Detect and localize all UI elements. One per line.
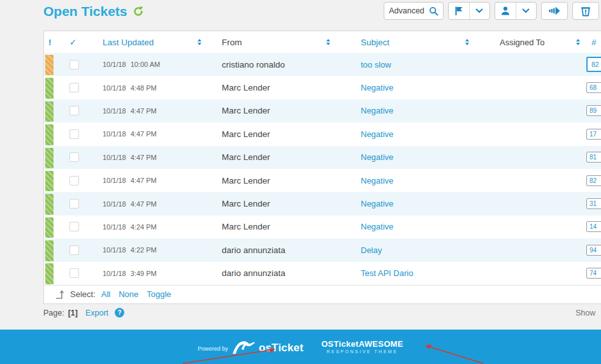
ticket-subject-link[interactable]: Negative bbox=[361, 83, 393, 92]
person-icon bbox=[500, 6, 510, 16]
row-checkbox[interactable] bbox=[69, 268, 79, 278]
row-checkbox[interactable] bbox=[69, 60, 79, 69]
cell-ticket-number: 81 bbox=[583, 152, 601, 163]
cell-ticket-number: 82 bbox=[583, 57, 601, 72]
assign-agent-button[interactable] bbox=[495, 3, 516, 19]
advanced-search-button[interactable]: Advanced bbox=[384, 2, 444, 20]
cell-priority bbox=[44, 192, 58, 215]
ticket-number-link[interactable]: 82 bbox=[586, 57, 601, 72]
ticket-subject-link[interactable]: too slow bbox=[361, 60, 391, 69]
ticket-time: 4:47 PM bbox=[131, 200, 157, 208]
powered-by-label: Powered by bbox=[198, 346, 228, 355]
powered-by-logo[interactable]: Powered by osTicket bbox=[198, 339, 303, 355]
select-toggle-link[interactable]: Toggle bbox=[147, 289, 171, 299]
sort-icon[interactable] bbox=[326, 39, 330, 45]
cell-last-updated: 10/1/18 4:47 PM bbox=[90, 130, 208, 138]
row-checkbox[interactable] bbox=[69, 129, 79, 139]
ticket-subject-link[interactable]: Negative bbox=[361, 152, 393, 162]
search-icon bbox=[429, 6, 438, 16]
ticket-number-link[interactable]: 14 bbox=[586, 221, 601, 232]
header-priority[interactable]: ! bbox=[44, 31, 58, 53]
sort-icon[interactable] bbox=[576, 39, 580, 45]
row-checkbox[interactable] bbox=[69, 222, 79, 231]
ticket-number-link[interactable]: 81 bbox=[586, 152, 601, 163]
priority-stripe bbox=[45, 124, 54, 145]
brand-name: osTicket bbox=[259, 342, 303, 355]
table-row[interactable]: 10/1/18 4:48 PM Marc Lender Negative 68 bbox=[44, 76, 601, 99]
ticket-subject-link[interactable]: Negative bbox=[361, 129, 393, 139]
ticket-subject-link[interactable]: Negative bbox=[361, 199, 393, 208]
row-checkbox[interactable] bbox=[69, 199, 79, 208]
table-row[interactable]: 10/1/18 10:00 AM cristiano ronaldo too s… bbox=[44, 53, 601, 76]
select-none-link[interactable]: None bbox=[119, 289, 138, 299]
table-row[interactable]: 10/1/18 4:47 PM Marc Lender Negative 31 bbox=[44, 192, 601, 215]
table-row[interactable]: 10/1/18 4:47 PM Marc Lender Negative 82 bbox=[44, 169, 601, 192]
ticket-subject-link[interactable]: Negative bbox=[361, 222, 393, 231]
ticket-subject-link[interactable]: Negative bbox=[361, 176, 393, 186]
cell-subject: Negative bbox=[348, 106, 487, 115]
cell-last-updated: 10/1/18 10:00 AM bbox=[90, 61, 208, 68]
ticket-number-link[interactable]: 82 bbox=[586, 175, 601, 186]
ticket-subject-link[interactable]: Delay bbox=[361, 245, 382, 255]
cell-checkbox bbox=[58, 106, 90, 115]
ticket-number-link[interactable]: 31 bbox=[586, 198, 601, 209]
page-label: Page: bbox=[43, 309, 64, 317]
sort-icon[interactable] bbox=[465, 39, 469, 45]
ticket-time: 4:22 PM bbox=[131, 246, 157, 254]
theme-subtitle: RESPONSIVE THEME bbox=[321, 349, 403, 355]
page-title: Open Tickets bbox=[43, 4, 144, 19]
flag-button[interactable] bbox=[449, 3, 469, 19]
sort-icon[interactable] bbox=[198, 39, 201, 45]
ticket-subject-link[interactable]: Test API Dario bbox=[361, 268, 413, 278]
row-checkbox[interactable] bbox=[69, 152, 79, 162]
help-icon[interactable]: ? bbox=[115, 308, 124, 317]
assign-dropdown-button[interactable] bbox=[495, 2, 537, 20]
table-row[interactable]: 10/1/18 4:47 PM Marc Lender Negative 89 bbox=[44, 99, 601, 122]
ticket-number-link[interactable]: 74 bbox=[586, 268, 601, 279]
row-checkbox[interactable] bbox=[69, 106, 79, 115]
ticket-number-link[interactable]: 94 bbox=[586, 245, 601, 256]
row-checkbox[interactable] bbox=[69, 245, 79, 255]
cell-from: Marc Lender bbox=[208, 106, 348, 115]
table-row[interactable]: 10/1/18 3:49 PM dario annunziata Test AP… bbox=[44, 262, 601, 285]
ticket-number-link[interactable]: 17 bbox=[586, 129, 601, 140]
delete-button[interactable] bbox=[572, 2, 599, 20]
cell-ticket-number: 14 bbox=[583, 221, 601, 232]
ticket-number-link[interactable]: 68 bbox=[586, 82, 601, 93]
export-link[interactable]: Export bbox=[85, 309, 108, 317]
theme-logo[interactable]: OSTicketAWESOME RESPONSIVE THEME bbox=[321, 339, 403, 355]
ticket-time: 3:49 PM bbox=[131, 270, 157, 277]
cell-priority bbox=[44, 122, 58, 145]
row-checkbox[interactable] bbox=[69, 83, 79, 92]
flag-dropdown-button[interactable] bbox=[448, 2, 490, 20]
select-all-link[interactable]: All bbox=[101, 289, 110, 299]
cell-priority bbox=[44, 53, 58, 76]
current-page-number[interactable]: [1] bbox=[68, 309, 78, 317]
header-from[interactable]: From bbox=[208, 38, 348, 47]
table-row[interactable]: 10/1/18 4:47 PM Marc Lender Negative 81 bbox=[44, 146, 601, 169]
row-checkbox[interactable] bbox=[69, 176, 79, 186]
header-assigned-to[interactable]: Assigned To bbox=[487, 38, 583, 47]
flag-dropdown-toggle[interactable] bbox=[469, 3, 490, 19]
cell-subject: too slow bbox=[348, 60, 487, 69]
refresh-icon[interactable] bbox=[133, 6, 144, 17]
ticket-time: 4:47 PM bbox=[131, 107, 157, 115]
ticket-subject-link[interactable]: Negative bbox=[361, 106, 393, 115]
header-ticket-number[interactable]: # bbox=[583, 38, 601, 47]
cell-ticket-number: 68 bbox=[583, 82, 601, 93]
ticket-time: 10:00 AM bbox=[131, 61, 160, 68]
header-subject[interactable]: Subject bbox=[348, 38, 487, 47]
cell-last-updated: 10/1/18 4:22 PM bbox=[90, 246, 208, 254]
header-last-updated[interactable]: Last Updated bbox=[90, 38, 208, 47]
cell-checkbox bbox=[58, 176, 90, 186]
cell-from: dario annunziata bbox=[208, 268, 348, 278]
header-select-all[interactable]: ✓ bbox=[58, 37, 90, 47]
cell-subject: Test API Dario bbox=[348, 268, 487, 278]
transfer-button[interactable] bbox=[541, 2, 568, 20]
footer: Powered by osTicket OSTicketAWESOME RESP… bbox=[0, 330, 601, 364]
ticket-number-link[interactable]: 89 bbox=[586, 105, 601, 116]
table-row[interactable]: 10/1/18 4:22 PM dario annunziata Delay 9… bbox=[44, 238, 601, 261]
assign-dropdown-toggle[interactable] bbox=[516, 3, 537, 19]
table-row[interactable]: 10/1/18 4:47 PM Marc Lender Negative 17 bbox=[44, 122, 601, 145]
table-row[interactable]: 10/1/18 4:24 PM Marc Lender Negative 14 bbox=[44, 215, 601, 238]
